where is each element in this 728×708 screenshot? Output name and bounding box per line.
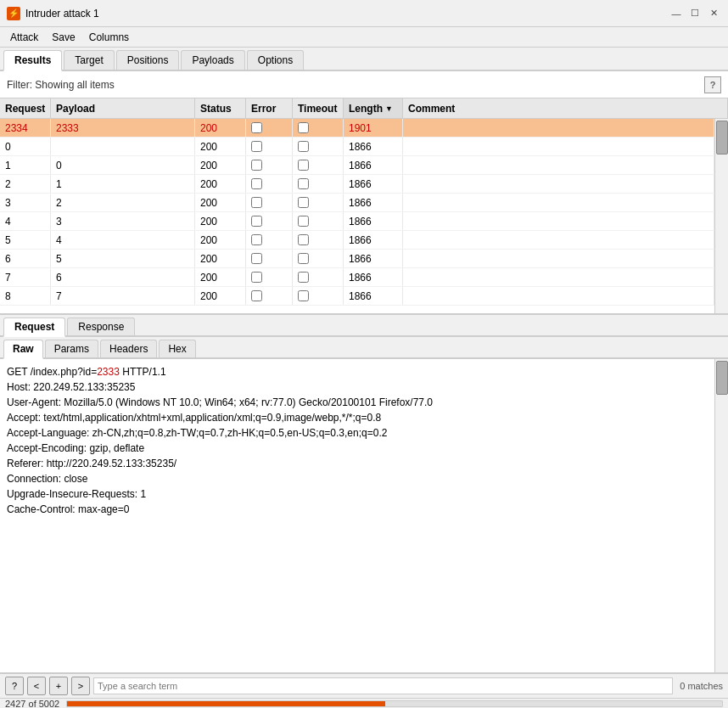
table-row[interactable]: 2334 2333 200 1901 bbox=[0, 119, 714, 138]
sort-arrow-icon: ▼ bbox=[385, 104, 393, 113]
request-user-agent: User-Agent: Mozilla/5.0 (Windows NT 10.0… bbox=[7, 395, 708, 410]
content-scrollbar-thumb[interactable] bbox=[716, 361, 728, 395]
inner-tab-hex[interactable]: Hex bbox=[159, 340, 195, 357]
progress-bar-container: 2427 of 5002 bbox=[0, 698, 728, 708]
search-input[interactable] bbox=[93, 677, 673, 694]
cell-request: 4 bbox=[0, 212, 51, 230]
sub-tab-request[interactable]: Request bbox=[3, 317, 65, 337]
next-button[interactable]: > bbox=[71, 677, 90, 695]
minimize-button[interactable]: — bbox=[669, 6, 684, 21]
cell-comment bbox=[403, 138, 714, 155]
table-row[interactable]: 2 1 200 1866 bbox=[0, 175, 714, 194]
cell-status: 200 bbox=[195, 194, 246, 211]
maximize-button[interactable]: ☐ bbox=[687, 6, 703, 21]
col-header-length[interactable]: Length ▼ bbox=[344, 98, 403, 118]
cell-request: 2334 bbox=[0, 119, 51, 137]
cell-comment bbox=[403, 119, 714, 137]
filter-bar: Filter: Showing all items ? bbox=[0, 71, 728, 98]
col-header-error[interactable]: Error bbox=[246, 98, 293, 118]
main-tab-bar: Results Target Positions Payloads Option… bbox=[0, 48, 728, 71]
table-row[interactable]: 4 3 200 1866 bbox=[0, 212, 714, 231]
menu-attack[interactable]: Attack bbox=[3, 30, 45, 45]
table-row[interactable]: 8 7 200 1866 bbox=[0, 287, 714, 306]
cell-error bbox=[246, 175, 293, 193]
window-title: Intruder attack 1 bbox=[25, 8, 669, 20]
menu-bar: Attack Save Columns bbox=[0, 27, 728, 48]
cell-status: 200 bbox=[195, 250, 246, 267]
cell-request: 2 bbox=[0, 175, 51, 193]
col-header-timeout[interactable]: Timeout bbox=[293, 98, 344, 118]
lower-area: Request Response Raw Params Headers Hex … bbox=[0, 315, 728, 708]
table-header: Request Payload Status Error Timeout Len… bbox=[0, 98, 728, 119]
content-scroll[interactable]: GET /index.php?id=2333 HTTP/1.1 Host: 22… bbox=[0, 359, 714, 672]
filter-label: Filter: Showing all items bbox=[7, 79, 704, 91]
cell-comment bbox=[403, 250, 714, 267]
cell-status: 200 bbox=[195, 287, 246, 305]
cell-request: 7 bbox=[0, 268, 51, 286]
cell-timeout bbox=[293, 119, 344, 137]
close-button[interactable]: ✕ bbox=[706, 6, 721, 21]
table-row[interactable]: 0 200 1866 bbox=[0, 138, 714, 156]
scrollbar-thumb[interactable] bbox=[716, 121, 728, 155]
cell-length: 1901 bbox=[344, 119, 403, 137]
progress-fill bbox=[67, 701, 384, 706]
cell-timeout bbox=[293, 194, 344, 211]
cell-payload: 6 bbox=[51, 268, 195, 286]
request-referer: Referer: http://220.249.52.133:35235/ bbox=[7, 456, 708, 471]
tab-results[interactable]: Results bbox=[3, 50, 62, 71]
tab-target[interactable]: Target bbox=[64, 50, 114, 70]
content-scrollbar[interactable] bbox=[714, 359, 728, 672]
table-row[interactable]: 7 6 200 1866 bbox=[0, 268, 714, 287]
table-row[interactable]: 1 0 200 1866 bbox=[0, 156, 714, 175]
cell-error bbox=[246, 194, 293, 211]
cell-timeout bbox=[293, 250, 344, 267]
tab-positions[interactable]: Positions bbox=[116, 50, 180, 70]
prev-button[interactable]: < bbox=[27, 677, 46, 695]
cell-error bbox=[246, 287, 293, 305]
col-header-status[interactable]: Status bbox=[195, 98, 246, 118]
progress-track bbox=[66, 700, 723, 707]
request-line-1: GET /index.php?id=2333 HTTP/1.1 bbox=[7, 364, 708, 379]
tab-payloads[interactable]: Payloads bbox=[181, 50, 244, 70]
cell-status: 200 bbox=[195, 156, 246, 174]
table-scrollbar[interactable] bbox=[714, 119, 728, 313]
inner-tab-raw[interactable]: Raw bbox=[3, 340, 43, 359]
cell-error bbox=[246, 156, 293, 174]
cell-status: 200 bbox=[195, 212, 246, 230]
cell-request: 3 bbox=[0, 194, 51, 211]
cell-comment bbox=[403, 194, 714, 211]
cell-comment bbox=[403, 231, 714, 249]
col-header-payload[interactable]: Payload bbox=[51, 98, 195, 118]
col-header-request[interactable]: Request bbox=[0, 98, 51, 118]
table-row[interactable]: 6 5 200 1866 bbox=[0, 250, 714, 268]
highlight-id: 2333 bbox=[97, 366, 120, 378]
sub-tab-response[interactable]: Response bbox=[67, 317, 135, 335]
add-button[interactable]: + bbox=[49, 677, 68, 695]
title-bar: Intruder attack 1 — ☐ ✕ bbox=[0, 0, 728, 27]
table-row[interactable]: 5 4 200 1866 bbox=[0, 231, 714, 250]
cell-comment bbox=[403, 212, 714, 230]
cell-payload: 0 bbox=[51, 156, 195, 174]
filter-help-button[interactable]: ? bbox=[704, 76, 721, 93]
cell-payload bbox=[51, 138, 195, 155]
cell-payload: 2333 bbox=[51, 119, 195, 137]
request-content-area: GET /index.php?id=2333 HTTP/1.1 Host: 22… bbox=[0, 359, 728, 672]
cell-error bbox=[246, 212, 293, 230]
cell-request: 5 bbox=[0, 231, 51, 249]
tab-options[interactable]: Options bbox=[247, 50, 304, 70]
help-nav-button[interactable]: ? bbox=[5, 677, 24, 695]
col-header-comment[interactable]: Comment bbox=[403, 98, 728, 118]
cell-length: 1866 bbox=[344, 156, 403, 174]
cell-timeout bbox=[293, 231, 344, 249]
cell-payload: 3 bbox=[51, 212, 195, 230]
cell-timeout bbox=[293, 156, 344, 174]
results-scroll-area: 2334 2333 200 1901 0 200 1866 1 0 200 18… bbox=[0, 119, 728, 313]
app-icon bbox=[7, 7, 20, 20]
cell-status: 200 bbox=[195, 138, 246, 155]
table-row[interactable]: 3 2 200 1866 bbox=[0, 194, 714, 212]
menu-save[interactable]: Save bbox=[45, 30, 81, 45]
inner-tab-params[interactable]: Params bbox=[45, 340, 98, 357]
inner-tab-headers[interactable]: Headers bbox=[100, 340, 157, 357]
cell-length: 1866 bbox=[344, 250, 403, 267]
menu-columns[interactable]: Columns bbox=[82, 30, 136, 45]
